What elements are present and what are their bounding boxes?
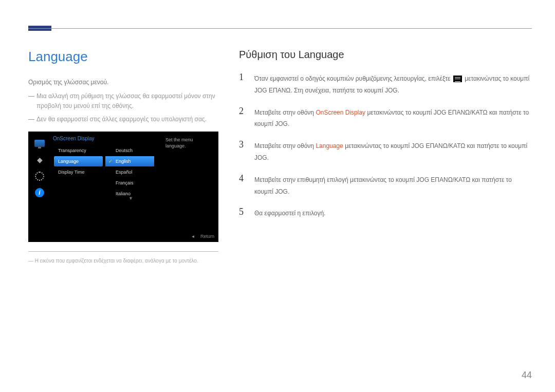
osd-menu-language: Language: [54, 156, 103, 166]
step-3-before: Μεταβείτε στην οθόνη: [254, 142, 314, 150]
header-divider: [28, 28, 532, 29]
step-num-4: 4: [239, 173, 247, 184]
page-content: Language Ορισμός της γλώσσας μενού. Μια …: [28, 49, 532, 264]
step-text-1: Όταν εμφανιστεί ο οδηγός κουμπιών ρυθμιζ…: [254, 72, 532, 97]
bullet-2: Δεν θα εφαρμοστεί στις άλλες εφαρμογές τ…: [28, 115, 218, 124]
menu-icon: [453, 76, 462, 82]
osd-return-label: Return: [200, 234, 214, 239]
step-num-2: 2: [239, 106, 247, 117]
step-5: 5 Θα εφαρμοστεί η επιλογή.: [239, 207, 532, 219]
step-4: 4 Μεταβείτε στην επιθυμητή επιλογή μετακ…: [239, 173, 532, 198]
footnote-text: ― Η εικόνα που εμφανίζεται ενδέχεται να …: [28, 258, 218, 264]
step-text-2: Μεταβείτε στην οθόνη OnScreen Display με…: [254, 106, 532, 130]
osd-help-line1: Set the menu: [165, 137, 193, 142]
right-column: Ρύθμιση του Language 1 Όταν εμφανιστεί ο…: [239, 49, 532, 264]
step-2: 2 Μεταβείτε στην οθόνη OnScreen Display …: [239, 106, 532, 130]
osd-menu-primary: Transparency Language Display Time: [54, 145, 103, 178]
left-column: Language Ορισμός της γλώσσας μενού. Μια …: [28, 49, 218, 264]
osd-title: OnScreen Display: [53, 136, 95, 141]
osd-lang-espanol: Español: [105, 167, 154, 177]
osd-sidebar: ◆ i: [31, 134, 48, 239]
return-arrow-icon: ◄: [191, 234, 195, 239]
info-icon: i: [32, 185, 47, 200]
step-3: 3 Μεταβείτε στην οθόνη Language μετακινώ…: [239, 139, 532, 164]
down-arrow-icon: ▼: [128, 196, 133, 201]
osd-help-text: Set the menu language.: [165, 137, 214, 150]
osd-menu-transparency: Transparency: [54, 145, 103, 156]
step-text-4: Μεταβείτε στην επιθυμητή επιλογή μετακιν…: [254, 173, 532, 198]
osd-screenshot: ◆ i OnScreen Display Transparency Langua…: [28, 132, 218, 242]
osd-lang-english: English: [105, 156, 154, 166]
osd-return: ◄ Return: [191, 234, 214, 239]
step-1: 1 Όταν εμφανιστεί ο οδηγός κουμπιών ρυθμ…: [239, 72, 532, 97]
step-2-before: Μεταβείτε στην οθόνη: [254, 109, 314, 116]
osd-help-line2: language.: [165, 143, 186, 148]
step-num-5: 5: [239, 207, 247, 217]
osd-lang-deutsch: Deutsch: [105, 145, 154, 156]
bullet-1: Μια αλλαγή στη ρύθμιση της γλώσσας θα εφ…: [28, 91, 218, 111]
osd-menu-displaytime: Display Time: [54, 167, 103, 177]
step-text-3: Μεταβείτε στην οθόνη Language μετακινώντ…: [254, 139, 532, 164]
arrows-icon: ◆: [32, 153, 47, 167]
osd-menu-languages: Deutsch English Español Français Italian…: [105, 145, 154, 199]
step-num-1: 1: [239, 72, 247, 83]
monitor-icon: [32, 136, 47, 151]
footnote-divider: [28, 251, 218, 252]
step-1-before: Όταν εμφανιστεί ο οδηγός κουμπιών ρυθμιζ…: [254, 75, 450, 82]
definition-text: Ορισμός της γλώσσας μενού.: [28, 78, 218, 87]
step-text-5: Θα εφαρμοστεί η επιλογή.: [254, 207, 325, 219]
osd-lang-francais: Français: [105, 178, 154, 188]
step-2-highlight: OnScreen Display: [316, 109, 365, 116]
section-heading-config: Ρύθμιση του Language: [239, 49, 532, 61]
page-number: 44: [522, 370, 532, 381]
step-3-highlight: Language: [316, 142, 343, 150]
section-heading-language: Language: [28, 49, 218, 65]
gear-icon: [32, 169, 47, 183]
step-num-3: 3: [239, 139, 247, 150]
